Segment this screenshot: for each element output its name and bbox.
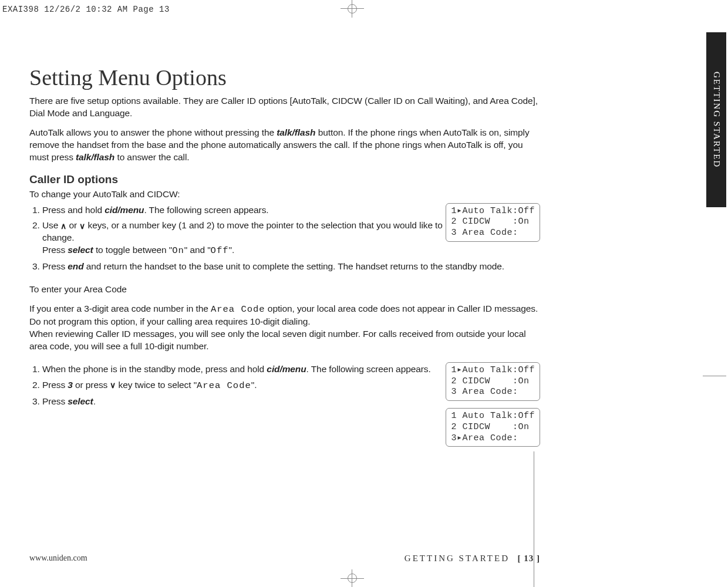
select-label: select [68,245,93,255]
sub-intro: To change your AutoTalk and CIDCW: [29,188,540,201]
cid-menu-label: cid/menu [267,364,306,374]
area-code-heading: To enter your Area Code [29,284,540,296]
down-arrow-icon: ∨ [79,221,85,232]
side-rule [703,376,726,376]
lcd-area-code: Area Code [211,304,265,315]
text: AutoTalk allows you to answer the phone … [29,127,277,137]
select-label: select [68,396,93,406]
text: When the phone is in the standby mode, p… [42,364,267,374]
text: . The following screen appears. [144,205,268,215]
side-tab-label: GETTING STARTED [712,72,722,168]
text: to toggle between " [93,245,173,255]
text: Press [42,396,68,406]
crop-mark-bottom [341,569,364,587]
caller-id-heading: Caller ID options [29,173,540,186]
text: If you enter a 3-digit area code number … [29,303,211,313]
talk-flash-label: talk/flash [76,152,114,162]
lcd-off: Off [211,245,229,256]
footer: www.uniden.com GETTING STARTED [ 13 ] [29,554,540,564]
lcd-on: On [172,245,184,256]
autotalk-paragraph: AutoTalk allows you to answer the phone … [29,127,540,164]
text: key twice to select " [116,380,197,390]
lcd-screen-3: 1 Auto Talk:Off 2 CIDCW :On 3▸Area Code: [446,408,540,447]
lcd-screen-1: 1▸Auto Talk:Off 2 CIDCW :On 3 Area Code: [446,203,540,242]
area-code-para: If you enter a 3-digit area code number … [29,303,540,353]
text: Press [42,261,68,271]
end-label: end [68,261,83,271]
footer-section: GETTING STARTED [405,554,510,563]
main-column: Setting Menu Options There are five setu… [29,47,540,451]
text: . The following screen appears. [306,364,431,374]
up-arrow-icon: ∧ [60,221,66,232]
crop-mark-top [341,0,364,18]
key-3-label: 3 [68,380,73,390]
text: to answer the call. [114,152,189,162]
down-arrow-icon: ∨ [110,380,116,391]
text: Press and hold [42,205,105,215]
footer-url: www.uniden.com [29,554,87,563]
page-title: Setting Menu Options [29,65,540,90]
text: When reviewing Caller ID messages, you w… [29,329,526,351]
print-header: EXAI398 12/26/2 10:32 AM Page 13 [0,0,728,14]
text: " and " [184,245,211,255]
text: or [66,220,79,230]
cid-menu-label: cid/menu [105,205,144,215]
text: or press [73,380,110,390]
step-3: Press end and return the handset to the … [42,261,540,273]
text: ". [251,380,257,390]
text: Press [42,380,68,390]
talk-flash-label: talk/flash [277,127,315,137]
side-tab: GETTING STARTED [706,32,726,207]
sidebar: note If your calling area requires 10-di… [534,451,687,587]
text: Use [42,220,60,230]
text: . [93,396,96,406]
text: and return the handset to the base unit … [84,261,504,271]
text: Press [42,245,68,255]
lcd-area-code: Area Code [197,380,251,391]
text: ". [228,245,234,255]
intro-text: There are five setup options available. … [29,95,540,120]
lcd-screen-2: 1▸Auto Talk:Off 2 CIDCW :On 3 Area Code: [446,362,540,401]
text: keys, or a number key (1 and 2) to move … [42,220,443,242]
footer-pagenum: [ 13 ] [518,554,541,563]
footer-page: GETTING STARTED [ 13 ] [405,554,540,564]
